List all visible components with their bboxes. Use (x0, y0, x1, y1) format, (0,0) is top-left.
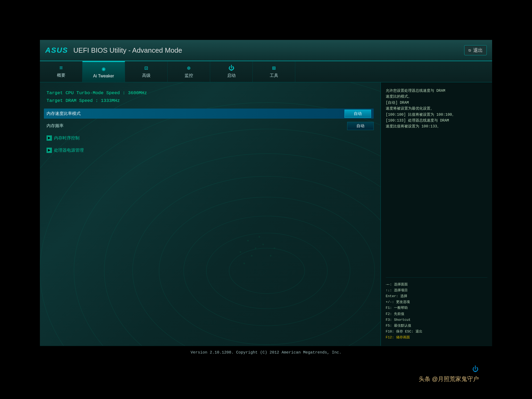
watermark-label: 头条 @月照荒家鬼守户 (419, 375, 479, 383)
svg-point-11 (262, 244, 264, 245)
footer-bar: Version 2.10.1208. Copyright (C) 2012 Am… (40, 346, 492, 359)
tab-boot[interactable]: ⏻ 启动 (210, 61, 253, 82)
left-panel: Target CPU Turbo-Mode Speed : 3600MHz Ta… (40, 82, 380, 346)
svg-point-2 (184, 216, 350, 326)
svg-point-15 (270, 255, 272, 257)
ai-tweaker-icon: ◉ (102, 65, 105, 73)
setting-memory-speed-ratio[interactable]: 内存速度比率模式 自动 (44, 109, 374, 119)
shortcut-f3: F3: Shortcut (386, 317, 487, 323)
shortcut-arrows: →←: 选择面面 (386, 282, 487, 288)
setting-memory-timing[interactable]: ▶ 内存时序控制 (47, 133, 374, 143)
bios-title: UEFI BIOS Utility - Advanced Mode (73, 46, 182, 55)
svg-point-17 (274, 247, 275, 249)
shortcut-updown: ↑↓: 选择项目 (386, 288, 487, 293)
help-description: 允许您设置处理器总线速度与 DRAM 速度比的模式。 [自动] DRAM 速度将… (386, 88, 487, 130)
footer-text: Version 2.10.1208. Copyright (C) 2012 Am… (190, 350, 341, 355)
shortcut-enter: Enter: 选择 (386, 293, 487, 299)
left-content: Target CPU Turbo-Mode Speed : 3600MHz Ta… (47, 90, 374, 155)
memory-timing-label: 内存时序控制 (54, 135, 80, 141)
main-content: Target CPU Turbo-Mode Speed : 3600MHz Ta… (40, 82, 492, 346)
monitor-icon: ⊕ (187, 65, 190, 72)
svg-point-5 (104, 153, 380, 346)
advanced-icon: ⊡ (144, 65, 148, 72)
tab-advanced[interactable]: ⊡ 高级 (125, 61, 168, 82)
svg-point-13 (259, 236, 260, 238)
cpu-speed-info: Target CPU Turbo-Mode Speed : 3600MHz (47, 90, 374, 95)
power-icon: ⏻ (472, 365, 479, 373)
tab-ai-tweaker-label: Ai Tweaker (93, 74, 114, 78)
exit-icon: ⎋ (468, 47, 471, 53)
nav-bar: ≡ 概要 ◉ Ai Tweaker ⊡ 高级 ⊕ 监控 ⏻ 启动 ⊞ 工具 (40, 61, 492, 82)
tab-tools[interactable]: ⊞ 工具 (253, 61, 295, 82)
svg-point-0 (229, 248, 305, 294)
right-panel: 允许您设置处理器总线速度与 DRAM 速度比的模式。 [自动] DRAM 速度将… (380, 82, 492, 346)
svg-point-6 (74, 129, 380, 346)
tab-overview-label: 概要 (57, 73, 65, 78)
memory-speed-ratio-value[interactable]: 自动 (344, 110, 371, 118)
tab-tools-label: 工具 (270, 73, 278, 78)
svg-point-1 (206, 233, 327, 309)
memory-frequency-value[interactable]: 自动 (347, 122, 374, 130)
exit-button[interactable]: ⎋ 退出 (464, 45, 487, 55)
expand-timing-icon[interactable]: ▶ (47, 135, 52, 141)
svg-point-3 (159, 197, 375, 345)
expand-power-icon[interactable]: ▶ (47, 148, 52, 153)
dram-speed-info: Target DRAM Speed : 1333MHz (47, 98, 374, 103)
overview-icon: ≡ (59, 65, 63, 72)
settings-area: 内存速度比率模式 自动 内存频率 自动 ▶ 内存时序控制 (47, 109, 374, 155)
shortcut-plusminus: +/-: 更改选项 (386, 299, 487, 305)
svg-point-10 (255, 247, 256, 249)
svg-point-9 (247, 240, 249, 242)
setting-cpu-power[interactable]: ▶ 处理器电源管理 (47, 145, 374, 155)
shortcut-f12: F12: 储存画面 (386, 335, 487, 340)
shortcut-f1: F1: 一般帮助 (386, 305, 487, 311)
tab-monitor-label: 监控 (185, 73, 193, 78)
tools-icon: ⊞ (272, 65, 276, 72)
boot-icon: ⏻ (228, 65, 234, 72)
shortcut-f10: F10: 保存 ESC: 退出 (386, 329, 487, 335)
shortcut-f2: F2: 先前值 (386, 311, 487, 317)
memory-speed-ratio-label: 内存速度比率模式 (47, 111, 344, 117)
svg-point-12 (251, 255, 253, 257)
tab-advanced-label: 高级 (142, 73, 151, 78)
svg-point-16 (243, 263, 245, 264)
svg-point-14 (240, 251, 241, 253)
tab-overview[interactable]: ≡ 概要 (40, 61, 82, 82)
cpu-power-label: 处理器电源管理 (54, 148, 84, 153)
exit-label: 退出 (473, 47, 483, 53)
tab-ai-tweaker[interactable]: ◉ Ai Tweaker (82, 61, 125, 82)
svg-point-4 (132, 176, 380, 346)
tab-monitor[interactable]: ⊕ 监控 (168, 61, 210, 82)
shortcuts-section: →←: 选择面面 ↑↓: 选择项目 Enter: 选择 +/-: 更改选项 F1… (386, 277, 487, 340)
header-bar: ASUS UEFI BIOS Utility - Advanced Mode ⎋… (40, 40, 492, 61)
tab-boot-label: 启动 (227, 73, 236, 78)
shortcut-f5: F5: 最佳默认值 (386, 323, 487, 329)
memory-frequency-label: 内存频率 (47, 123, 347, 129)
setting-memory-frequency[interactable]: 内存频率 自动 (47, 121, 374, 131)
asus-logo: ASUS (45, 46, 68, 55)
